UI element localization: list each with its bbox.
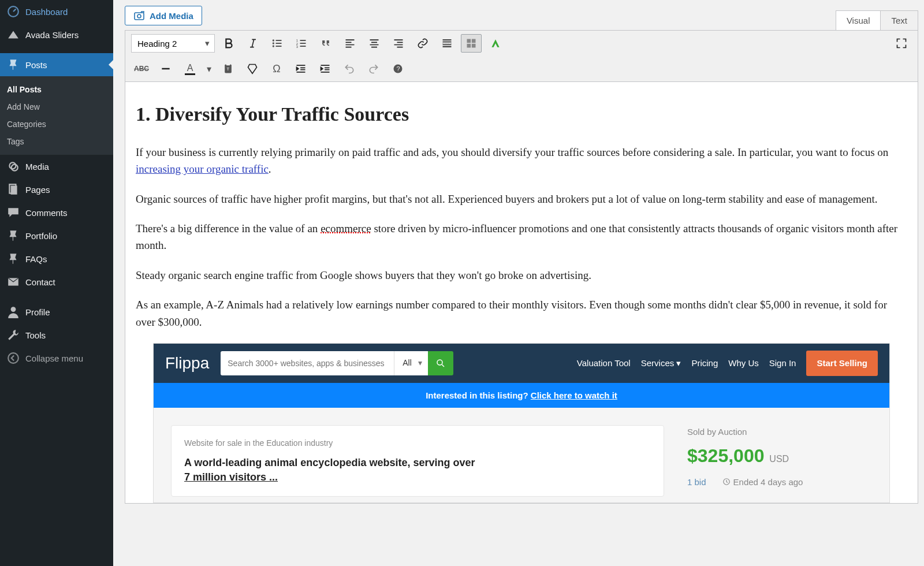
flippa-nav-item[interactable]: Sign In xyxy=(769,356,796,370)
text-color-button[interactable]: A xyxy=(180,59,200,78)
strikethrough-button[interactable]: ABC xyxy=(131,59,152,78)
pin-icon xyxy=(7,58,20,71)
read-more-button[interactable] xyxy=(437,34,457,53)
help-button[interactable]: ? xyxy=(388,59,408,78)
flippa-search-button[interactable] xyxy=(428,351,453,375)
bid-count: 1 bid xyxy=(687,475,706,489)
sold-label: Sold by Auction xyxy=(687,425,872,438)
add-media-label: Add Media xyxy=(150,11,193,21)
submenu-all-posts[interactable]: All Posts xyxy=(0,81,113,98)
editor-content-area[interactable]: 1. Diversify Your Traffic Sources If you… xyxy=(125,82,918,504)
content-paragraph: Organic sources of traffic have higher p… xyxy=(136,191,907,207)
submenu-categories[interactable]: Categories xyxy=(0,116,113,133)
pin-icon xyxy=(7,229,20,242)
flippa-start-selling-button[interactable]: Start Selling xyxy=(806,351,878,375)
sidebar-label: Tools xyxy=(25,330,46,340)
flippa-category-dropdown[interactable]: All xyxy=(394,351,428,375)
sidebar-item-collapse[interactable]: Collapse menu xyxy=(0,347,113,370)
svg-point-9 xyxy=(137,14,141,18)
page-icon xyxy=(7,183,20,196)
indent-button[interactable] xyxy=(315,59,336,78)
undo-button[interactable] xyxy=(339,59,360,78)
svg-rect-16 xyxy=(467,39,471,43)
svg-point-7 xyxy=(8,353,18,363)
content-heading: 1. Diversify Your Traffic Sources xyxy=(136,99,907,130)
sidebar-item-tools[interactable]: Tools xyxy=(0,323,113,347)
admin-sidebar: Dashboard Avada Sliders Posts All Posts … xyxy=(0,0,113,566)
special-char-button[interactable]: Ω xyxy=(266,59,287,78)
align-center-button[interactable] xyxy=(364,34,385,53)
tab-visual[interactable]: Visual xyxy=(836,10,881,30)
link-button[interactable] xyxy=(412,34,433,53)
redo-button[interactable] xyxy=(363,59,384,78)
listing-title: A world-leading animal encyclopedia webs… xyxy=(184,456,651,485)
sidebar-label: Profile xyxy=(25,307,50,317)
ended-label: Ended 4 days ago xyxy=(722,475,803,489)
content-paragraph: Steady organic search engine traffic fro… xyxy=(136,267,907,284)
format-value: Heading 2 xyxy=(137,39,177,49)
flippa-nav: Valuation Tool Services ▾ Pricing Why Us… xyxy=(577,351,878,375)
sidebar-label: Dashboard xyxy=(25,7,68,17)
svg-rect-4 xyxy=(11,185,17,194)
avada-builder-button[interactable] xyxy=(485,34,506,53)
blockquote-button[interactable] xyxy=(315,34,336,53)
pin-icon xyxy=(7,252,20,265)
listing-meta: 1 bid Ended 4 days ago xyxy=(687,475,872,489)
hr-button[interactable] xyxy=(155,59,176,78)
sidebar-item-portfolio[interactable]: Portfolio xyxy=(0,224,113,247)
flippa-nav-item[interactable]: Pricing xyxy=(691,356,718,370)
svg-point-11 xyxy=(273,42,274,44)
bold-button[interactable] xyxy=(218,34,239,53)
sidebar-item-profile[interactable]: Profile xyxy=(0,300,113,323)
toolbar-toggle-button[interactable] xyxy=(461,34,482,53)
align-right-button[interactable] xyxy=(388,34,409,53)
align-left-button[interactable] xyxy=(340,34,360,53)
numbered-list-button[interactable]: 123 xyxy=(291,34,312,53)
sidebar-item-dashboard[interactable]: Dashboard xyxy=(0,0,113,23)
content-paragraph: There's a big difference in the value of… xyxy=(136,220,907,254)
flippa-header: Flippa All Valuation Tool Services ▾ Pri… xyxy=(154,344,889,382)
flippa-nav-item[interactable]: Services ▾ xyxy=(641,356,681,370)
sidebar-label: Posts xyxy=(25,60,47,70)
sidebar-item-contact[interactable]: Contact xyxy=(0,270,113,293)
text-color-dropdown[interactable]: ▾ xyxy=(204,59,214,78)
tab-text[interactable]: Text xyxy=(881,10,918,30)
flippa-search: All xyxy=(221,351,453,375)
flippa-nav-item[interactable]: Why Us xyxy=(728,356,759,370)
sidebar-item-pages[interactable]: Pages xyxy=(0,178,113,201)
flippa-nav-item[interactable]: Valuation Tool xyxy=(577,356,631,370)
editor-topbar: Add Media xyxy=(113,0,924,29)
posts-submenu: All Posts Add New Categories Tags xyxy=(0,76,113,155)
sidebar-item-avada-sliders[interactable]: Avada Sliders xyxy=(0,23,113,46)
svg-point-12 xyxy=(273,45,274,47)
listing-price: $325,000 USD xyxy=(687,442,872,471)
paste-text-button[interactable]: T xyxy=(218,59,239,78)
italic-button[interactable] xyxy=(243,34,263,53)
organic-traffic-link[interactable]: increasing your organic traffic xyxy=(136,163,269,175)
svg-point-6 xyxy=(11,307,16,312)
camera-icon xyxy=(133,10,145,21)
fullscreen-button[interactable] xyxy=(891,34,912,53)
collapse-icon xyxy=(7,352,20,364)
submenu-tags[interactable]: Tags xyxy=(0,133,113,150)
svg-rect-17 xyxy=(472,39,476,43)
flippa-search-input[interactable] xyxy=(221,351,394,375)
sidebar-item-posts[interactable]: Posts xyxy=(0,53,113,76)
flippa-listing-card: Website for sale in the Education indust… xyxy=(171,425,664,497)
submenu-add-new[interactable]: Add New xyxy=(0,98,113,116)
sidebar-item-faqs[interactable]: FAQs xyxy=(0,247,113,270)
sidebar-item-media[interactable]: Media xyxy=(0,155,113,178)
flippa-watch-link[interactable]: Click here to watch it xyxy=(531,390,617,400)
outdent-button[interactable] xyxy=(290,59,311,78)
svg-text:?: ? xyxy=(397,65,400,72)
flippa-banner: Interested in this listing? Click here t… xyxy=(154,383,889,408)
clear-formatting-button[interactable] xyxy=(242,59,263,78)
user-icon xyxy=(7,306,20,318)
flippa-logo: Flippa xyxy=(165,351,209,375)
sidebar-item-comments[interactable]: Comments xyxy=(0,201,113,224)
media-icon xyxy=(7,160,20,173)
add-media-button[interactable]: Add Media xyxy=(125,6,202,25)
format-dropdown[interactable]: Heading 2 xyxy=(131,34,215,53)
bullet-list-button[interactable] xyxy=(267,34,288,53)
svg-rect-18 xyxy=(467,44,471,48)
